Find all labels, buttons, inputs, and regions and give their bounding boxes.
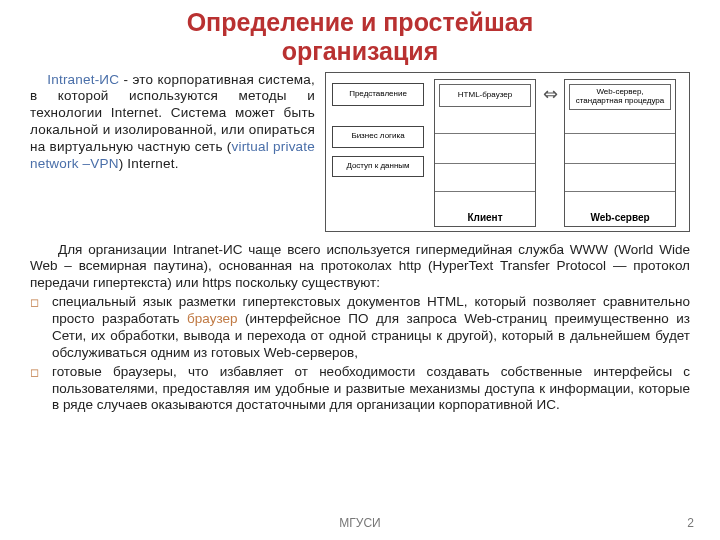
list-item: ◻ специальный язык разметки гипертекстов… — [30, 294, 690, 362]
bidirectional-arrow-icon: ⇔ — [538, 87, 562, 103]
client-column-label: Клиент — [435, 212, 535, 223]
bullet-list: ◻ специальный язык разметки гипертекстов… — [30, 294, 690, 414]
bullet-icon: ◻ — [30, 294, 52, 362]
server-procedure-box: Web-сервер, стандартная процедура — [569, 84, 671, 110]
body-paragraph: Для организации Intranet-ИС чаще всего и… — [30, 242, 690, 293]
layer-business: Бизнес логика — [332, 126, 424, 148]
intro-lead: Intranet-ИС — [47, 72, 119, 87]
layer-presentation: Представление — [332, 83, 424, 106]
highlight-browser: браузер — [187, 311, 237, 326]
title-line-1: Определение и простейшая — [187, 8, 534, 36]
footer-org: МГУСИ — [0, 516, 720, 530]
intro-tail: ) Internet. — [119, 156, 179, 171]
page-number: 2 — [687, 516, 694, 530]
top-section: Intranet-ИС - это корпоративная система,… — [30, 72, 690, 232]
body-para-1: Для организации Intranet-ИС чаще всего и… — [30, 242, 690, 293]
bullet-2-text: готовые браузеры, что избавляет от необх… — [52, 364, 690, 415]
title-line-2: организация — [282, 37, 439, 65]
server-column-label: Web-сервер — [565, 212, 675, 223]
slide-title: Определение и простейшая организация — [30, 8, 690, 66]
client-browser-box: HTML-браузер — [439, 84, 531, 107]
client-column: HTML-браузер Клиент — [434, 79, 536, 227]
server-column: Web-сервер, стандартная процедура Web-се… — [564, 79, 676, 227]
bullet-icon: ◻ — [30, 364, 52, 415]
architecture-diagram: Представление Бизнес логика Доступ к дан… — [325, 72, 690, 232]
intro-paragraph: Intranet-ИС - это корпоративная система,… — [30, 72, 315, 173]
layer-labels: Представление Бизнес логика Доступ к дан… — [332, 83, 424, 177]
list-item: ◻ готовые браузеры, что избавляет от нео… — [30, 364, 690, 415]
layer-data: Доступ к данным — [332, 156, 424, 177]
bullet-1-text: специальный язык разметки гипертекстовых… — [52, 294, 690, 362]
